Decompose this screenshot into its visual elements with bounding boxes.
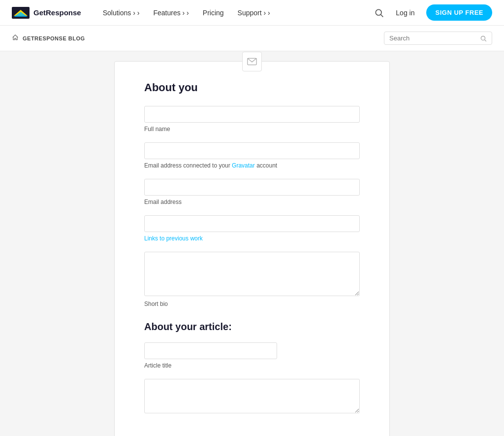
blog-search-container [384,32,492,45]
form-card: About you Full name Email address connec… [114,61,390,436]
email-gravatar-label: Email address connected to your Gravatar… [144,162,360,169]
email-gravatar-group: Email address connected to your Gravatar… [144,142,360,169]
about-you-title: About you [144,81,360,94]
nav-item-support[interactable]: Support › [232,6,276,20]
email-address-group: Email address [144,179,360,205]
svg-point-5 [481,36,485,40]
gravatar-link[interactable]: Gravatar [232,162,255,169]
nav-menu: Solutions › Features › Pricing Support › [97,6,375,20]
svg-point-3 [376,9,382,15]
svg-line-4 [381,14,383,17]
navbar: GetResponse Solutions › Features › Prici… [0,0,504,26]
breadcrumb: GETRESPONSE BLOG [12,34,85,42]
navbar-right: Log in SIGN UP FREE [374,4,492,21]
email-address-label: Email address [144,199,360,205]
logo-link[interactable]: GetResponse [12,7,81,19]
article-title-group: Article title [144,342,360,369]
login-button[interactable]: Log in [390,6,420,20]
form-card-icon [242,52,262,71]
email-gravatar-input[interactable] [144,142,360,159]
search-icon[interactable] [374,8,384,18]
about-article-title: About your article: [144,321,360,333]
full-name-group: Full name [144,106,360,133]
article-title-input[interactable] [144,342,277,359]
nav-item-pricing[interactable]: Pricing [197,6,230,20]
full-name-input[interactable] [144,106,360,123]
logo-text: GetResponse [33,8,81,17]
full-name-label: Full name [144,126,360,133]
nav-item-features[interactable]: Features › [147,6,194,20]
svg-line-6 [485,39,486,41]
home-icon[interactable] [12,34,19,42]
nav-item-solutions[interactable]: Solutions › [97,6,146,20]
page-content: About you Full name Email address connec… [0,51,504,436]
links-group: Links to previous work [144,215,360,242]
article-content-group [144,379,360,415]
links-label: Links to previous work [144,235,360,242]
breadcrumb-bar: GETRESPONSE BLOG [0,26,504,51]
article-title-label: Article title [144,362,360,369]
short-bio-label: Short bio [144,301,360,307]
blog-search-input[interactable] [389,34,476,42]
links-input[interactable] [144,215,360,232]
short-bio-group: Short bio [144,252,360,307]
signup-button[interactable]: SIGN UP FREE [426,4,492,21]
email-address-input[interactable] [144,179,360,196]
breadcrumb-label: GETRESPONSE BLOG [23,35,85,41]
getresponse-logo-icon [12,7,30,19]
short-bio-textarea[interactable] [144,252,360,296]
blog-search-icon [480,35,487,42]
article-content-textarea[interactable] [144,379,360,413]
